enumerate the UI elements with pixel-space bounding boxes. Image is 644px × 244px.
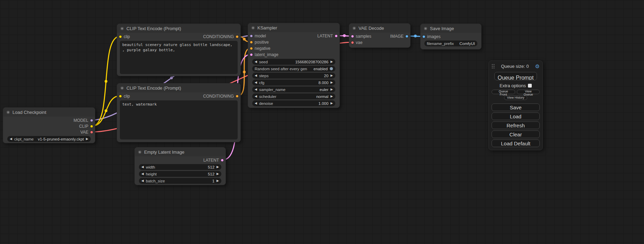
cfg-widget[interactable]: ◀ cfg 8.000 ▶	[252, 80, 335, 85]
arrow-right-icon[interactable]: ▶	[330, 81, 333, 84]
collapse-dot-icon[interactable]	[138, 151, 141, 154]
widget-value: 156680208700286	[295, 60, 328, 64]
collapse-dot-icon[interactable]	[252, 26, 255, 29]
load-button[interactable]: Load	[492, 112, 540, 120]
drag-handle-icon[interactable]	[492, 64, 495, 69]
node-clip-text-encode-negative[interactable]: CLIP Text Encode (Prompt) clip CONDITION…	[117, 83, 241, 142]
widget-label: width	[146, 165, 155, 169]
slot-conditioning-output[interactable]	[236, 94, 239, 98]
collapse-dot-icon[interactable]	[424, 27, 427, 30]
slot-conditioning-output[interactable]	[236, 35, 239, 38]
arrow-left-icon[interactable]: ◀	[255, 88, 257, 91]
slot-clip-output[interactable]	[90, 125, 93, 128]
prompt-textarea[interactable]: beautiful scenery nature glass bottle la…	[120, 41, 238, 74]
slot-positive-input[interactable]	[250, 41, 253, 44]
steps-widget[interactable]: ◀ steps 20 ▶	[252, 73, 335, 79]
arrow-right-icon[interactable]: ▶	[330, 88, 333, 91]
collapse-dot-icon[interactable]	[353, 27, 356, 30]
random-seed-toggle-widget[interactable]: Random seed after every gen enabled	[252, 66, 335, 72]
clear-button[interactable]: Clear	[492, 130, 540, 138]
slot-clip-input[interactable]	[119, 35, 122, 38]
slot-latent-image-input[interactable]	[250, 53, 253, 56]
node-save-image[interactable]: Save Image images filename_prefix ComfyU…	[420, 24, 482, 49]
collapse-dot-icon[interactable]	[7, 111, 10, 114]
view-history-button[interactable]: View History	[504, 96, 528, 100]
node-load-checkpoint[interactable]: Load Checkpoint MODEL CLIP VAE ◀ ckpt_na…	[3, 107, 95, 143]
slot-latent-output[interactable]	[221, 159, 224, 162]
seed-widget[interactable]: ◀ seed 156680208700286 ▶	[252, 59, 335, 65]
slot-images-input[interactable]	[422, 35, 425, 38]
slot-vae-input[interactable]	[351, 41, 354, 44]
slot-negative-input[interactable]	[250, 47, 253, 50]
node-clip-text-encode-positive[interactable]: CLIP Text Encode (Prompt) clip CONDITION…	[117, 24, 241, 76]
width-widget[interactable]: ◀ width 512 ▶	[139, 164, 221, 170]
widget-label: cfg	[259, 81, 264, 85]
refresh-button[interactable]: Refresh	[492, 121, 540, 129]
slot-label-clip: clip	[124, 94, 130, 99]
node-title-bar[interactable]: Empty Latent Image	[135, 147, 226, 156]
arrow-left-icon[interactable]: ◀	[255, 74, 257, 77]
widget-value: 512	[208, 165, 214, 169]
node-vae-decode[interactable]: VAE Decode samples IMAGE vae	[349, 23, 411, 48]
slot-image-output[interactable]	[405, 35, 408, 38]
arrow-left-icon[interactable]: ◀	[141, 179, 144, 182]
slot-model-input[interactable]	[250, 35, 253, 38]
slot-label-positive: positive	[255, 40, 269, 45]
node-title-bar[interactable]: KSampler	[248, 23, 339, 32]
extra-options-checkbox[interactable]	[528, 84, 532, 88]
node-title-bar[interactable]: VAE Decode	[349, 24, 410, 33]
denoise-widget[interactable]: ◀ denoise 1.000 ▶	[252, 100, 335, 106]
slot-vae-output[interactable]	[90, 130, 93, 134]
filename-prefix-widget[interactable]: filename_prefix ComfyUI	[424, 40, 477, 46]
scheduler-widget[interactable]: ◀ scheduler normal ▶	[252, 93, 335, 99]
node-empty-latent-image[interactable]: Empty Latent Image LATENT ◀ width 512 ▶ …	[134, 147, 226, 185]
queue-front-button[interactable]: Queue Front	[492, 90, 515, 94]
arrow-left-icon[interactable]: ◀	[255, 81, 257, 84]
view-queue-button[interactable]: View Queue	[517, 90, 540, 94]
node-title-bar[interactable]: Save Image	[421, 24, 481, 33]
slot-clip-input[interactable]	[119, 94, 122, 98]
height-widget[interactable]: ◀ height 512 ▶	[139, 171, 221, 177]
widget-label: height	[146, 172, 157, 176]
arrow-left-icon[interactable]: ◀	[10, 137, 12, 141]
sampler-name-widget[interactable]: ◀ sampler_name euler ▶	[252, 87, 335, 92]
collapse-dot-icon[interactable]	[121, 27, 124, 30]
batch-size-widget[interactable]: ◀ batch_size 1 ▶	[139, 178, 221, 184]
arrow-right-icon[interactable]: ▶	[330, 74, 333, 77]
slot-latent-output[interactable]	[335, 35, 338, 38]
arrow-right-icon[interactable]: ▶	[330, 95, 333, 98]
ckpt-name-widget[interactable]: ◀ ckpt_name v1-5-pruned-emaonly.ckpt ▶	[7, 136, 91, 142]
collapse-dot-icon[interactable]	[121, 87, 124, 90]
arrow-left-icon[interactable]: ◀	[255, 60, 257, 63]
slot-label-clip: CLIP	[79, 124, 88, 129]
node-title-bar[interactable]: CLIP Text Encode (Prompt)	[117, 24, 240, 33]
node-title: VAE Decode	[359, 26, 384, 31]
node-title: CLIP Text Encode (Prompt)	[126, 85, 181, 91]
prompt-textarea[interactable]: text, watermark	[120, 100, 238, 139]
arrow-right-icon[interactable]: ▶	[330, 60, 333, 63]
widget-label: sampler_name	[259, 88, 285, 92]
arrow-left-icon[interactable]: ◀	[141, 165, 144, 169]
slot-model-output[interactable]	[90, 119, 93, 122]
load-default-button[interactable]: Load Default	[492, 139, 540, 147]
queue-prompt-button[interactable]: Queue Prompt	[494, 72, 537, 80]
settings-gear-icon[interactable]: ⚙	[535, 64, 540, 69]
arrow-right-icon[interactable]: ▶	[86, 137, 88, 141]
slot-samples-input[interactable]	[351, 35, 354, 38]
arrow-left-icon[interactable]: ◀	[141, 172, 144, 175]
graph-canvas[interactable]: Load Checkpoint MODEL CLIP VAE ◀ ckpt_na…	[0, 0, 644, 244]
slot-label-latent: LATENT	[203, 158, 219, 163]
node-title-bar[interactable]: CLIP Text Encode (Prompt)	[117, 83, 240, 92]
arrow-left-icon[interactable]: ◀	[255, 102, 257, 105]
node-title-bar[interactable]: Load Checkpoint	[3, 108, 95, 117]
arrow-left-icon[interactable]: ◀	[255, 95, 257, 98]
save-button[interactable]: Save	[492, 103, 540, 111]
slot-label-images: images	[427, 34, 441, 39]
node-ksampler[interactable]: KSampler model LATENT positive negative …	[248, 23, 340, 108]
toggle-dot-icon[interactable]	[330, 67, 333, 70]
arrow-right-icon[interactable]: ▶	[217, 172, 219, 175]
arrow-right-icon[interactable]: ▶	[217, 179, 219, 182]
arrow-right-icon[interactable]: ▶	[217, 165, 219, 169]
widget-value: 8.000	[318, 81, 328, 85]
arrow-right-icon[interactable]: ▶	[330, 102, 333, 105]
